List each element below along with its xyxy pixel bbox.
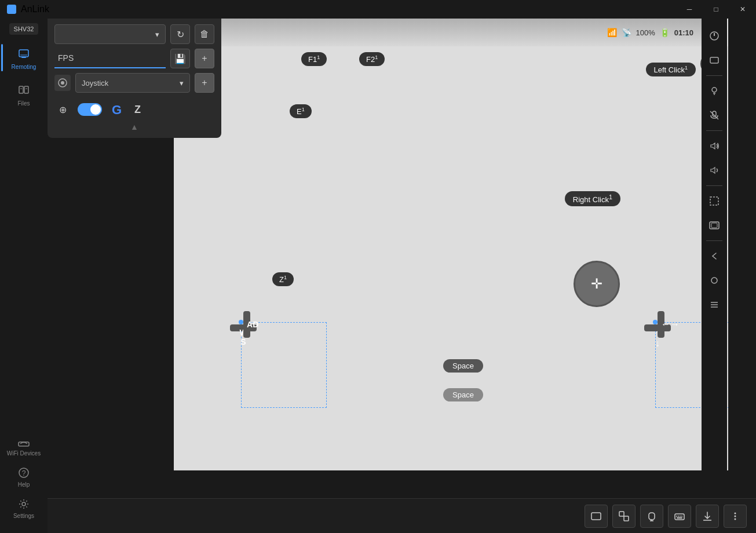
signal-icon: 📡: [622, 28, 631, 37]
joystick-select-value: Joystick: [82, 79, 108, 87]
joystick-chevron-icon: ▾: [180, 79, 184, 87]
game-area[interactable]: ✕ Left Click1 Right Click1 F11 F21 Q1: [174, 46, 728, 470]
sidebar: SHV32 Remoting Files: [0, 19, 48, 533]
mic-off-button[interactable]: [704, 105, 725, 126]
back-button[interactable]: [704, 246, 725, 266]
help-icon: ?: [17, 466, 31, 480]
joystick-icon: [54, 75, 71, 91]
space-label-2: Space: [452, 390, 474, 399]
z-num: 1: [284, 275, 287, 280]
right-sidebar: [702, 19, 727, 470]
window-controls: ─ □ ✕: [676, 0, 756, 19]
multi-window-button[interactable]: [612, 505, 636, 528]
z-badge[interactable]: Z1: [272, 272, 294, 286]
right-click-label: Right Click: [573, 195, 609, 204]
sidebar-item-settings[interactable]: Settings: [3, 492, 44, 524]
f1-badge[interactable]: F11: [301, 52, 327, 66]
files-icon: [16, 82, 32, 98]
toolbar-aim-row: ⊕ G Z: [54, 97, 214, 119]
wifi-label: WiFi Devices: [7, 450, 41, 457]
rsb-divider-3: [706, 185, 722, 186]
add-profile-icon: +: [202, 53, 207, 64]
left-click-badge[interactable]: Left Click1: [646, 63, 696, 76]
more-options-button[interactable]: [724, 505, 747, 528]
svg-text:?: ?: [22, 469, 26, 477]
svg-point-40: [735, 515, 736, 517]
close-button[interactable]: ✕: [729, 0, 756, 19]
rsb-divider-2: [706, 130, 722, 131]
svg-rect-4: [24, 86, 28, 93]
select-button[interactable]: [704, 191, 725, 211]
sidebar-item-wifi[interactable]: WiFi Devices: [3, 430, 44, 461]
save-button[interactable]: 💾: [170, 49, 190, 68]
add-profile-button[interactable]: +: [195, 49, 214, 68]
svg-rect-20: [710, 197, 718, 205]
device-label: SHV32: [9, 23, 39, 35]
fps-input[interactable]: [54, 49, 166, 68]
menu-button[interactable]: [704, 294, 725, 315]
bulb-button[interactable]: [704, 81, 725, 101]
screenshot-button[interactable]: [704, 215, 725, 236]
battery-icon: 🔋: [660, 28, 670, 37]
home-button[interactable]: [704, 270, 725, 291]
f2-label: F2: [366, 55, 375, 64]
f2-badge[interactable]: F21: [359, 52, 385, 66]
joystick-move-icon: ✛: [591, 276, 602, 292]
save-icon: 💾: [174, 53, 186, 64]
f1-num: 1: [317, 54, 320, 60]
google-icon: G: [109, 100, 129, 119]
sidebar-item-remoting[interactable]: Remoting: [3, 39, 44, 76]
z-shortcut-label: Z: [134, 104, 141, 116]
svg-rect-29: [624, 516, 629, 521]
maximize-button[interactable]: □: [703, 0, 729, 19]
vol-down-button[interactable]: [704, 160, 725, 181]
audio-button[interactable]: [640, 505, 663, 528]
keyboard-button[interactable]: [668, 505, 691, 528]
delete-button[interactable]: 🗑: [195, 24, 214, 44]
toggle-knob: [90, 104, 101, 115]
power-button[interactable]: [704, 25, 725, 46]
aim-toggle[interactable]: [78, 103, 102, 116]
right-arrow: →: [670, 319, 680, 330]
toolbar-row-1: ▾ ↻ 🗑: [54, 24, 214, 44]
svg-rect-1: [21, 57, 26, 58]
svg-rect-22: [711, 223, 717, 228]
f2-num: 1: [375, 54, 378, 60]
toolbar-joystick-row: Joystick ▾ +: [54, 73, 214, 93]
screen-toggle-button[interactable]: [585, 505, 608, 528]
e-badge[interactable]: E1: [290, 104, 312, 118]
install-button[interactable]: [696, 505, 719, 528]
toolbar: ▾ ↻ 🗑 💾 + Joystick ▾ +: [48, 19, 221, 138]
sidebar-bottom: WiFi Devices ? Help Settings: [0, 430, 48, 533]
svg-point-10: [22, 502, 25, 506]
svg-point-23: [711, 278, 717, 283]
remoting-icon: [16, 45, 32, 61]
joystick-control[interactable]: ✛: [574, 261, 620, 307]
erase-button[interactable]: [704, 50, 725, 71]
z-label: Z: [279, 275, 284, 284]
add-joystick-button[interactable]: +: [195, 73, 214, 93]
rsb-divider-4: [706, 240, 722, 241]
refresh-button[interactable]: ↻: [170, 24, 190, 44]
refresh-icon: ↻: [177, 29, 184, 40]
minimize-button[interactable]: ─: [676, 0, 703, 19]
rsb-divider-1: [706, 75, 722, 76]
profile-select[interactable]: ▾: [54, 24, 166, 44]
phone-screen: 📶 📡 100% 🔋 01:10 ✕ Left Click1 Right Cli…: [174, 19, 728, 470]
svg-rect-3: [19, 86, 23, 93]
wifi-status-icon: 📶: [607, 28, 617, 37]
sidebar-item-files[interactable]: Files: [3, 76, 44, 112]
right-click-badge[interactable]: Right Click1: [565, 191, 620, 206]
remoting-label: Remoting: [12, 64, 36, 70]
joystick-select[interactable]: Joystick ▾: [75, 73, 190, 93]
add-joystick-icon: +: [202, 78, 207, 88]
space-badge-1[interactable]: Space: [443, 359, 483, 373]
e-label: E: [297, 107, 302, 116]
space-badge-2[interactable]: Space: [443, 388, 483, 401]
vol-up-button[interactable]: [704, 136, 725, 156]
settings-icon: [17, 497, 31, 511]
svg-rect-0: [19, 50, 28, 57]
svg-point-17: [712, 87, 717, 92]
left-click-label: Left Click: [654, 65, 685, 74]
sidebar-item-help[interactable]: ? Help: [3, 461, 44, 492]
